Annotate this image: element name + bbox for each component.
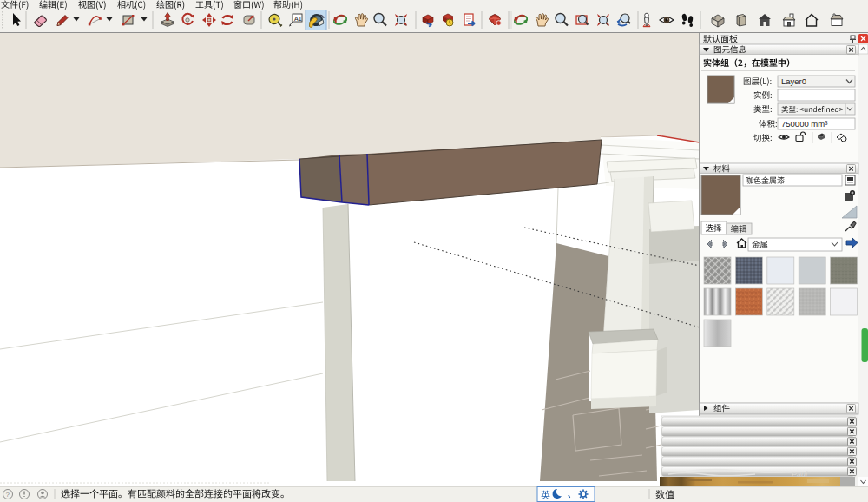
svg-text:750000 mm³: 750000 mm³	[781, 119, 827, 129]
svg-text:?: ?	[6, 491, 10, 499]
svg-text:Layer0: Layer0	[781, 76, 806, 86]
svg-text:A1: A1	[294, 16, 302, 22]
